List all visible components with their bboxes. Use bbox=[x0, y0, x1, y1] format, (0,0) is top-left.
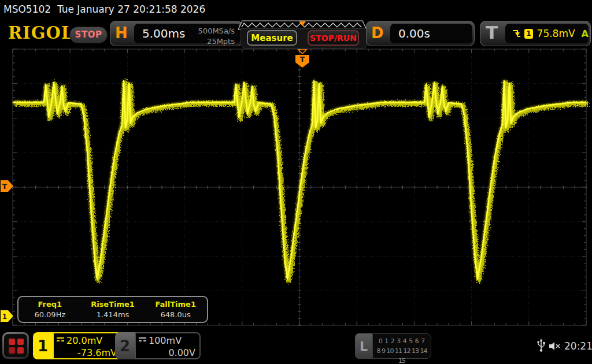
channel2-offset: 0.00V bbox=[139, 347, 195, 358]
ch1-position-label: 1 bbox=[2, 313, 7, 321]
trigger-panel-inner: 1 75.8mV A bbox=[505, 24, 589, 43]
logic-channel-list: 0 1 2 3 4 5 6 7 8 9 10 11 12 13 14 15 bbox=[372, 333, 431, 359]
memory-depth: 25Mpts bbox=[198, 36, 235, 47]
logic-channels-status[interactable]: L 0 1 2 3 4 5 6 7 8 9 10 11 12 13 14 15 bbox=[355, 333, 431, 359]
trigger-slope-icon bbox=[512, 29, 520, 38]
logic-row-low: 0 1 2 3 4 5 6 7 bbox=[373, 336, 431, 346]
measurement-risetime: RiseTime1 1.414ms bbox=[82, 297, 145, 322]
clock: 20:21 bbox=[564, 340, 592, 352]
channel1-scale: 20.0mV bbox=[66, 335, 102, 346]
ch1-position-marker[interactable]: 1 bbox=[1, 310, 13, 322]
measurement-falltime: FallTime1 648.0us bbox=[144, 297, 207, 322]
measurement-value: 60.09Hz bbox=[18, 310, 82, 319]
measurement-freq: Freq1 60.09Hz bbox=[18, 297, 82, 322]
run-state-badge[interactable]: STOP bbox=[69, 27, 108, 43]
logic-label: L bbox=[355, 333, 372, 359]
channel1-number: 1 bbox=[33, 332, 53, 359]
measurement-label: RiseTime1 bbox=[82, 300, 145, 309]
speaker-muted-icon[interactable] bbox=[548, 341, 562, 351]
measurement-label: FallTime1 bbox=[144, 300, 207, 309]
rigol-logo: RIGOL bbox=[8, 23, 73, 43]
channel1-values: 20.0mV -73.6mV bbox=[53, 332, 122, 359]
delay-panel-inner: 0.00s bbox=[390, 24, 472, 43]
measure-button[interactable]: Measure bbox=[247, 30, 297, 46]
trigger-panel-label: T bbox=[486, 22, 498, 43]
logic-row-high: 8 9 10 11 12 13 14 15 bbox=[373, 346, 431, 364]
acquisition-info: 500MSa/s 25Mpts bbox=[198, 26, 235, 46]
trigger-level-label: T bbox=[2, 182, 8, 191]
channel1-status[interactable]: 1 20.0mV -73.6mV bbox=[33, 332, 122, 359]
timebase-value: 5.00ms bbox=[142, 27, 185, 40]
dc-coupling-icon bbox=[57, 337, 64, 344]
channel2-number: 2 bbox=[115, 332, 135, 359]
horizontal-label: H bbox=[115, 24, 128, 42]
dc-coupling-icon bbox=[139, 337, 146, 344]
channel2-status[interactable]: 2 100mV 0.00V bbox=[115, 332, 201, 359]
trigger-position-label: T bbox=[300, 55, 305, 64]
sample-rate: 500MSa/s bbox=[198, 26, 235, 36]
horizontal-panel[interactable]: H 5.00ms 500MSa/s 25Mpts bbox=[110, 21, 243, 46]
channel2-values: 100mV 0.00V bbox=[135, 332, 201, 359]
trigger-sweep-mode: A bbox=[582, 28, 589, 39]
measurement-results-box[interactable]: Freq1 60.09Hz RiseTime1 1.414ms FallTime… bbox=[17, 296, 208, 323]
stop-run-button[interactable]: STOP/RUN bbox=[308, 30, 359, 46]
horizontal-panel-inner: 5.00ms 500MSa/s 25Mpts bbox=[134, 24, 240, 43]
delay-panel[interactable]: D 0.00s bbox=[366, 21, 475, 46]
quick-access-button[interactable] bbox=[2, 332, 29, 359]
measurement-value: 1.414ms bbox=[82, 310, 145, 319]
usb-icon bbox=[536, 339, 546, 352]
trigger-panel[interactable]: T 1 75.8mV A bbox=[480, 21, 591, 46]
oscilloscope-screen: MSO5102 Tue January 27 20:21:58 2026 T bbox=[0, 0, 592, 364]
quick-access-grid-icon bbox=[4, 334, 27, 357]
measurement-label: Freq1 bbox=[18, 300, 82, 309]
delay-value: 0.00s bbox=[398, 27, 430, 40]
channel2-scale: 100mV bbox=[149, 335, 182, 346]
channel1-offset: -73.6mV bbox=[57, 347, 117, 358]
measurement-value: 648.0us bbox=[144, 310, 207, 319]
delay-label: D bbox=[371, 24, 384, 42]
trigger-level-value: 75.8mV bbox=[537, 28, 575, 39]
trigger-position-marker[interactable]: T bbox=[295, 50, 309, 68]
trigger-level-marker[interactable]: T bbox=[1, 180, 13, 192]
trigger-source-badge: 1 bbox=[524, 29, 532, 39]
